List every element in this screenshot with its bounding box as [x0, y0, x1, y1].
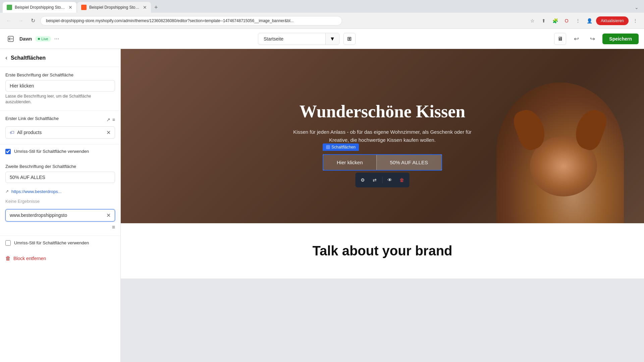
- url-text: https://www.besterdrops...: [11, 189, 62, 194]
- sidebar-back-button[interactable]: ‹: [5, 54, 7, 61]
- external-link-icon[interactable]: ↗: [106, 117, 110, 122]
- hero-btn-2[interactable]: 50% AUF ALLES: [377, 155, 441, 170]
- back-button[interactable]: ←: [4, 16, 13, 25]
- first-link-section: Erster Link der Schaltfläche ↗ ≡ 🏷 All p…: [0, 111, 120, 144]
- context-separator: [382, 177, 382, 183]
- tab-2-title: Beispiel Dropshipping Store ·: [89, 5, 140, 10]
- address-input[interactable]: [40, 16, 342, 25]
- outline-label: Umriss-Stil für Schaltfläche verwenden: [14, 148, 89, 155]
- chevron-down-icon: ▼: [330, 36, 335, 42]
- sidebar-header: ‹ Schaltflächen: [0, 49, 120, 67]
- app-shell: Dawn Live ··· Startseite ▼ ⊞ 🖥 ↩ ↪ Speic…: [0, 29, 644, 362]
- context-settings-button[interactable]: ⚙: [357, 175, 368, 185]
- hero-subtitle: Kissen für jeden Anlass - ob für das eig…: [293, 128, 472, 144]
- outline-checkbox[interactable]: [5, 149, 11, 154]
- url-row: ↗ https://www.besterdrops...: [5, 187, 115, 196]
- outline-checkbox-row: Umriss-Stil für Schaltfläche verwenden: [0, 144, 120, 159]
- hero-buttons-wrapper: Schaltflächen Hier klicken 50% AUF ALLES…: [323, 154, 442, 171]
- theme-name: Dawn: [19, 36, 32, 42]
- browser-actions: ☆ ⬆ 🧩 O ⋮ 👤 Aktualisieren ⋮: [528, 16, 640, 25]
- hero-btn-1[interactable]: Hier klicken: [323, 155, 377, 170]
- stack-button-2[interactable]: ≡: [112, 224, 115, 230]
- first-link-header: Erster Link der Schaltfläche ↗ ≡: [5, 116, 115, 124]
- toolbar-left: Dawn Live ···: [5, 34, 59, 44]
- first-btn-input[interactable]: [5, 80, 115, 92]
- outline2-checkbox-row: Umriss-Stil für Schaltfläche verwenden: [0, 236, 120, 250]
- context-hide-button[interactable]: 👁: [384, 175, 395, 185]
- tab-1-favicon: [7, 5, 12, 10]
- block-remove-row[interactable]: 🗑 Block entfernen: [0, 250, 120, 267]
- redo-button[interactable]: ↪: [586, 33, 598, 45]
- first-link-label: Erster Link der Schaltfläche: [5, 116, 59, 121]
- forward-button[interactable]: →: [16, 16, 25, 25]
- live-dot: [38, 38, 40, 40]
- tab-2-favicon: [81, 5, 87, 10]
- context-delete-button[interactable]: 🗑: [396, 175, 407, 185]
- main-content: ‹ Schaltflächen Erste Beschriftung der S…: [0, 49, 644, 362]
- page-selector-arrow[interactable]: ▼: [325, 33, 339, 45]
- external-url-icon: ↗: [5, 189, 9, 194]
- new-tab-button[interactable]: +: [152, 4, 161, 11]
- sidebar: ‹ Schaltflächen Erste Beschriftung der S…: [0, 49, 121, 362]
- brand-title: Talk about your brand: [127, 243, 637, 258]
- preview-area: Wunderschöne Kissen Kissen für jeden Anl…: [121, 49, 644, 362]
- extensions-button[interactable]: 🧩: [550, 16, 560, 25]
- bookmark-button[interactable]: ☆: [528, 16, 537, 25]
- live-label: Live: [41, 37, 48, 41]
- url-input[interactable]: [10, 213, 104, 218]
- first-btn-hint: Lasse die Beschriftung leer, um die Scha…: [5, 94, 115, 105]
- address-bar: ← → ↻ ☆ ⬆ 🧩 O ⋮ 👤 Aktualisieren ⋮: [0, 13, 644, 29]
- tab-2-close[interactable]: ✕: [143, 5, 147, 10]
- toolbar-back-button[interactable]: [5, 34, 16, 44]
- opera-button[interactable]: O: [562, 16, 571, 25]
- schaltflachen-badge: Schaltflächen: [323, 143, 359, 151]
- menu-button[interactable]: ⋮: [631, 16, 640, 25]
- toolbar-center: Startseite ▼ ⊞: [65, 33, 549, 45]
- first-btn-section: Erste Beschriftung der Schaltfläche Lass…: [0, 67, 120, 111]
- tab-1-close[interactable]: ✕: [68, 5, 72, 10]
- live-badge: Live: [35, 36, 51, 42]
- second-btn-label: Zweite Beschriftung der Schaltfläche: [5, 164, 115, 169]
- app-toolbar: Dawn Live ··· Startseite ▼ ⊞ 🖥 ↩ ↪ Speic…: [0, 29, 644, 49]
- tab-1[interactable]: Beispiel Dropshipping Store · ✕: [3, 2, 76, 13]
- profile-button[interactable]: 👤: [585, 16, 594, 25]
- tab-bar-right[interactable]: ⌄: [635, 5, 641, 10]
- tab-2[interactable]: Beispiel Dropshipping Store · ✕: [77, 2, 151, 13]
- second-btn-input[interactable]: [5, 172, 115, 183]
- settings-button[interactable]: ⋮: [573, 16, 583, 25]
- stack-link-icon[interactable]: ≡: [112, 117, 115, 122]
- more-options-button[interactable]: ···: [54, 35, 59, 42]
- share-button[interactable]: ⬆: [539, 16, 548, 25]
- first-link-clear-button[interactable]: ✕: [106, 129, 111, 136]
- desktop-view-button[interactable]: 🖥: [554, 33, 566, 45]
- toolbar-right: 🖥 ↩ ↪ Speichern: [554, 33, 639, 45]
- no-results-text: Keine Ergebnisse: [5, 196, 115, 206]
- outline2-checkbox[interactable]: [5, 240, 11, 246]
- save-button[interactable]: Speichern: [602, 34, 639, 44]
- context-toolbar: ⚙ ⇄ 👁 🗑: [355, 173, 409, 187]
- url-input-row: ✕: [5, 209, 115, 222]
- browser-chrome: Beispiel Dropshipping Store · ✕ Beispiel…: [0, 0, 644, 29]
- undo-button[interactable]: ↩: [570, 33, 582, 45]
- hero-btn-group: Hier klicken 50% AUF ALLES: [323, 154, 442, 171]
- trash-icon: 🗑: [5, 255, 11, 261]
- first-link-icons: ↗ ≡: [106, 117, 115, 122]
- hero-content: Wunderschöne Kissen Kissen für jeden Anl…: [293, 102, 472, 171]
- hero-section: Wunderschöne Kissen Kissen für jeden Anl…: [121, 49, 644, 223]
- context-move-button[interactable]: ⇄: [369, 175, 380, 185]
- multi-select-button[interactable]: ⊞: [343, 33, 356, 45]
- badge-icon: [326, 145, 330, 149]
- reload-button[interactable]: ↻: [28, 16, 38, 25]
- page-selector[interactable]: Startseite ▼: [258, 33, 339, 45]
- url-clear-button[interactable]: ✕: [106, 212, 111, 219]
- first-btn-label: Erste Beschriftung der Schaltfläche: [5, 72, 115, 77]
- first-link-field: 🏷 All products ✕: [5, 126, 115, 139]
- update-button[interactable]: Aktualisieren: [596, 16, 629, 25]
- badge-label: Schaltflächen: [331, 145, 356, 149]
- hero-title: Wunderschöne Kissen: [293, 102, 472, 121]
- first-link-text: All products: [17, 130, 104, 135]
- brand-section: Talk about your brand: [121, 223, 644, 279]
- block-remove-label: Block entfernen: [13, 256, 46, 261]
- outline2-label: Umriss-Stil für Schaltfläche verwenden: [14, 240, 89, 246]
- tag-icon: 🏷: [10, 130, 14, 135]
